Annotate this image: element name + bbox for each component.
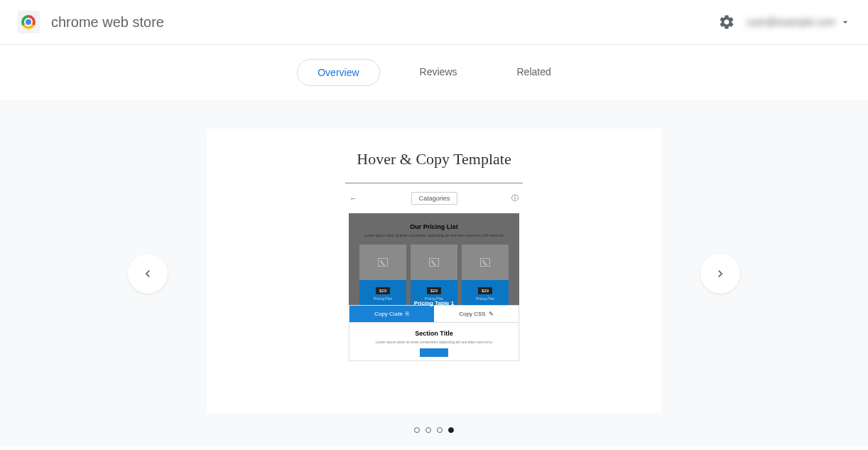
chrome-logo-icon [21,15,36,29]
price-badge: $29 [427,287,441,294]
pricing-card-hover: $29 Pricing Plan Pricing Table 1 [411,245,457,305]
card-bottom: $29 Pricing Plan [462,280,509,305]
action-bar: Copy Code ⎘ Copy CSS ✎ [349,305,519,323]
pricing-card: $29 Pricing Plan [462,245,509,305]
tab-related[interactable]: Related [497,59,571,86]
image-icon [378,258,388,267]
copy-css-button: Copy CSS ✎ [434,306,519,322]
carousel-dots [0,427,868,433]
pricing-subtitle: Lorem ipsum dolor sit amet consectetur a… [354,233,514,237]
pricing-card: $29 Pricing Plan [359,245,406,305]
header: chrome web store user@example.com [0,0,868,45]
pricing-cards: $29 Pricing Plan $29 Pricing Plan Pricin… [354,245,514,305]
edit-icon: ✎ [489,311,494,317]
copy-code-label: Copy Code [374,311,403,317]
card-label: Pricing Plan [462,296,509,301]
gear-icon[interactable] [718,14,735,31]
copy-code-button: Copy Code ⎘ [349,306,434,322]
carousel-dot-4[interactable] [448,427,454,433]
tab-overview[interactable]: Overview [297,59,379,86]
section-image-placeholder [420,348,448,357]
section-block: Section Title Lorem ipsum dolor sit amet… [349,323,519,361]
screenshot-divider [345,183,523,183]
carousel-next-button[interactable] [700,254,740,294]
chevron-down-icon [840,16,851,28]
tabs-bar: Overview Reviews Related [0,45,868,100]
screenshot-toolbar: ← Catagories ⓘ [345,189,523,208]
carousel-area: Hover & Copy Template ← Catagories ⓘ Our… [0,100,868,447]
carousel-dot-3[interactable] [437,427,443,433]
hover-label: Pricing Table 1 [411,300,457,306]
chrome-store-icon[interactable] [17,11,40,33]
account-email: user@example.com [747,16,835,28]
pricing-section: Our Pricing List Lorem ipsum dolor sit a… [349,213,519,305]
header-left: chrome web store [17,11,164,33]
copy-css-label: Copy CSS [459,311,485,317]
section-subtitle: Lorem ipsum dolor sit amet consectetur a… [349,340,519,344]
store-title: chrome web store [51,14,164,31]
carousel-dot-2[interactable] [425,427,431,433]
tab-reviews[interactable]: Reviews [400,59,477,86]
screenshot-title: Hover & Copy Template [357,150,511,168]
price-badge: $29 [478,287,492,294]
card-image-placeholder [359,245,406,280]
account-dropdown[interactable]: user@example.com [747,16,851,28]
carousel-screenshot: Hover & Copy Template ← Catagories ⓘ Our… [207,129,661,413]
categories-button: Catagories [411,192,458,205]
carousel-dot-1[interactable] [414,427,420,433]
card-label: Pricing Plan [359,296,406,301]
header-right: user@example.com [718,14,851,31]
image-icon [429,258,439,267]
card-image-placeholder [411,245,457,280]
back-arrow-icon: ← [349,194,357,203]
chevron-right-icon [713,267,727,281]
price-badge: $29 [376,287,390,294]
chevron-left-icon [141,267,155,281]
card-bottom: $29 Pricing Plan [359,280,406,305]
image-icon [480,258,490,267]
info-icon: ⓘ [511,193,519,203]
copy-icon: ⎘ [406,311,409,317]
pricing-heading: Our Pricing List [354,223,514,230]
carousel-prev-button[interactable] [128,254,168,294]
section-title: Section Title [349,330,519,337]
card-image-placeholder [462,245,509,280]
